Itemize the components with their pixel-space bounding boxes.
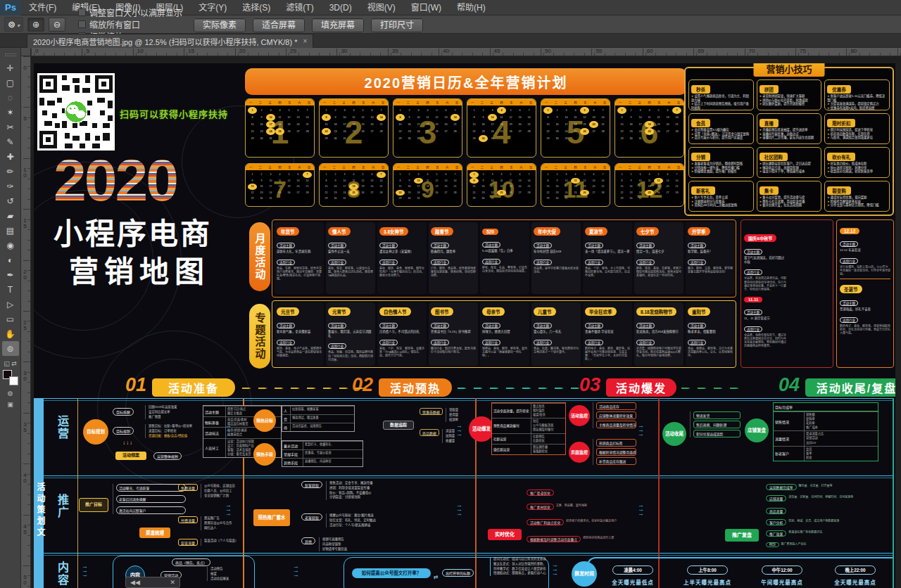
menu-item[interactable]: 帮助(H) xyxy=(449,3,493,13)
tool-button[interactable]: ✏ xyxy=(2,164,19,179)
node-product: 商品（预告、卖点） xyxy=(172,558,210,566)
tool-button[interactable]: ↺ xyxy=(2,193,19,208)
tool-button[interactable]: ✎ xyxy=(2,134,19,149)
tool-button[interactable]: ◉ xyxy=(2,238,19,253)
menu-item[interactable]: 文字(Y) xyxy=(191,3,234,13)
color-swatches[interactable] xyxy=(3,370,18,385)
special-card: 重阳节 活动主题 敬老孝亲，情暖重阳 适用行业 食品、保健品、服饰等，主打为长辈… xyxy=(686,302,735,366)
tool-button[interactable]: ✂ xyxy=(2,120,19,134)
industry-tag: 适用行业 xyxy=(482,259,500,264)
tip-line: 砍到底价包邮送，转化新客首单 xyxy=(827,170,887,174)
review-row: 销售情况 销售额复购率毛利率推广成本 xyxy=(774,411,878,430)
option-button[interactable]: 实际像素 xyxy=(194,18,246,32)
menu-item[interactable]: 窗口(W) xyxy=(403,3,449,13)
menu-item[interactable]: 滤镜(T) xyxy=(278,3,321,13)
industry-tag: 适用行业 xyxy=(534,340,552,345)
node-openrate-question: 如何提高公众号图文打开率？ xyxy=(352,568,431,578)
year-end-box: 12.12 活动主题 12.12 年末狂欢 适用行业 全行业通用，没赶上双11的… xyxy=(836,219,894,368)
option-button[interactable]: 填充屏幕 xyxy=(312,18,364,32)
row-label: 其他手段 xyxy=(282,459,303,466)
tool-button[interactable]: ✒ xyxy=(2,267,19,282)
tip-box: 拼团 老带新拼团裂变，快速扩大客群拼团价与原价拉开差距，刺激成团团长额外奖励，提… xyxy=(757,79,822,110)
calendar-weekday-row: 一二三四五六日 xyxy=(393,164,462,170)
document-tab[interactable]: 2020小程序电商营销地图.jpg @ 12.5% (扫码可以获得小程序扶持, … xyxy=(27,34,313,48)
tool-button[interactable]: ✚ xyxy=(2,149,19,164)
theme-tag: 活动主题 xyxy=(482,242,500,248)
screen-mode-icon[interactable]: ▣ xyxy=(7,401,13,408)
background-swatch[interactable] xyxy=(9,376,18,385)
promo-review-item: ROI 推广费用投入产出比 xyxy=(766,542,891,547)
ruler-top[interactable]: 05101520253035404550556065707580 xyxy=(31,48,901,56)
zoom-in-button[interactable] xyxy=(27,18,44,32)
preheat-goal-row: 人 拉新获客、唤醒老客 xyxy=(282,406,354,414)
tool-button[interactable]: ✋ xyxy=(2,326,19,341)
tool-button[interactable]: ▷ xyxy=(2,297,19,312)
option-button[interactable]: 适合屏幕 xyxy=(253,18,305,32)
close-icon[interactable]: × xyxy=(303,37,307,45)
swatch-reset-icon[interactable]: ◱ ⇄ xyxy=(4,360,17,367)
theme-text: 情定一生，浪漫七夕 xyxy=(636,250,681,254)
theme-text: 敬老孝亲，情暖重阳 xyxy=(688,330,733,334)
industry-text: 全品类，旅途周边美食饮品，可配套带动出游快消专场活动，住行与酒店等营销优惠，开金… xyxy=(744,276,786,291)
holiday-title: 12.12 xyxy=(840,228,859,234)
tool-button[interactable]: ✛ xyxy=(2,60,19,75)
rewind-icon[interactable]: ◀◀ xyxy=(130,579,140,586)
tool-button[interactable]: ⊚ xyxy=(2,341,19,356)
text-line: 跨界异业公众号合作 xyxy=(204,521,241,526)
text-line: 社群人员、公司员工 xyxy=(204,489,241,494)
palette-grip[interactable] xyxy=(5,53,16,56)
text-line: 拼团：利用全域流量裂变传播 xyxy=(329,486,446,491)
tool-button[interactable]: ✑ xyxy=(2,179,19,193)
menu-item[interactable]: 文件(F) xyxy=(21,3,64,13)
tool-button[interactable]: ◌ xyxy=(2,90,19,105)
monthly-card: 夏凉节 活动主题 来一场「清凉盛夏节」，清凉一夏 适用行业 食品、个护、家电、水… xyxy=(583,222,632,294)
zoom-tool-preset[interactable] xyxy=(4,17,23,32)
wrapup-item: 物流发货 xyxy=(693,411,741,419)
industry-text: 服饰、美妆、电子产品等，迎新跨年气氛，为全品类商品一波拉新促销活动做铺垫。 xyxy=(277,347,322,358)
wechat-icon xyxy=(65,101,88,124)
text-line: 活动页装修、氛围预告 xyxy=(292,424,353,428)
close-icon[interactable]: ✕ xyxy=(170,579,175,586)
menu-item[interactable]: 视图(V) xyxy=(360,3,403,13)
tip-line: 新客户进店即发5-10元无门槛券，降低决策门槛 xyxy=(827,94,887,102)
theme-tag: 活动主题 xyxy=(328,323,346,328)
canvas-area[interactable]: 扫码可以获得小程序扶持 2020 小程序电商 营销地图 2020营销日历&全年营… xyxy=(31,56,901,588)
monthly-card: 3.8女神节 活动主题 遇见女神之美（宠爱她） 适用行业 美妆、服饰、美食、家居… xyxy=(377,222,427,294)
tool-button[interactable]: ▰ xyxy=(2,208,19,223)
preheat-means-row: 蓄水活动 签到打卡、收藏有礼 xyxy=(282,441,363,449)
holiday-title: 夏凉节 xyxy=(585,227,607,236)
zoom-out-button[interactable] xyxy=(49,18,65,32)
option-button[interactable]: 打印尺寸 xyxy=(371,18,423,32)
promo-card: 12.12 活动主题 12.12 年末狂欢 适用行业 全行业通用，没赶上双11的… xyxy=(840,223,890,276)
channel-label: 付费流量 xyxy=(178,516,198,523)
tool-button[interactable]: ▤ xyxy=(2,223,19,238)
tip-line: 分享文案与素材官方预置，降低门槛 xyxy=(827,203,887,207)
tool-button[interactable]: ◐ xyxy=(2,253,19,267)
theme-text: 陌春四月，踏青季 xyxy=(431,250,476,254)
menu-item[interactable]: 选择(S) xyxy=(234,3,278,13)
ruler-left[interactable]: 05101520253035404550 xyxy=(21,56,31,588)
option-checkbox[interactable]: 缩放所有窗口 xyxy=(78,18,182,30)
quick-mask-icon[interactable]: ◍ xyxy=(8,390,13,397)
holiday-title: 圣诞节 xyxy=(840,285,862,293)
preheat-means-row: 其他手段 直播预告、内容种草 xyxy=(282,458,363,466)
review-table: 目标完成率 xyxy=(773,402,878,411)
text-line: 全员营销推广计划 xyxy=(204,494,241,499)
burst-row: 社群运营 社群预告社群转化 xyxy=(492,433,565,444)
tool-button[interactable]: T xyxy=(2,282,19,297)
chevron-down-icon xyxy=(17,20,20,30)
monitor-item: 店铺整体流量转化效果 xyxy=(596,411,636,419)
text-line: 回顾2019年运营效果 xyxy=(149,405,210,410)
industry-text: 保健品、美妆、服饰、鲜花等，宣传主题可以是「她最需要的一份礼物」。 xyxy=(482,347,527,358)
tool-button[interactable]: ▢ xyxy=(2,75,19,90)
menu-item[interactable]: 3D(D) xyxy=(322,3,360,13)
theme-text: 12.12 年末狂欢 xyxy=(840,248,890,253)
qr-code xyxy=(37,73,115,151)
theme-tag: 活动主题 xyxy=(636,323,655,328)
option-checkbox[interactable]: 调整窗口大小以满屏显示 xyxy=(78,6,182,18)
tool-button[interactable]: ✶ xyxy=(2,105,19,120)
tool-button[interactable]: ▭ xyxy=(2,312,19,326)
calendar-weekday-row: 一二三四五六日 xyxy=(467,164,536,170)
floating-mini-toolbar[interactable]: ◀◀ ✕ xyxy=(125,577,180,588)
industry-text: 美妆、珠宝、鲜花等，以浪漫为主题，单身人群表白送礼佳机，推荐帮TA挑选的礼品。 xyxy=(328,267,373,278)
